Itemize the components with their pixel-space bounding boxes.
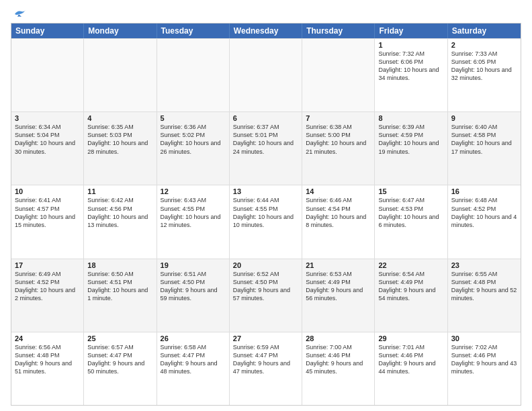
day-number: 23 bbox=[451, 261, 517, 269]
calendar-cell: 17Sunrise: 6:49 AM Sunset: 4:52 PM Dayli… bbox=[11, 259, 84, 332]
calendar-cell: 1Sunrise: 7:32 AM Sunset: 6:06 PM Daylig… bbox=[375, 39, 447, 111]
calendar-cell: 24Sunrise: 6:56 AM Sunset: 4:48 PM Dayli… bbox=[11, 332, 84, 405]
day-info: Sunrise: 6:47 AM Sunset: 4:53 PM Dayligh… bbox=[378, 196, 443, 229]
day-info: Sunrise: 6:57 AM Sunset: 4:47 PM Dayligh… bbox=[87, 343, 152, 376]
calendar-cell: 22Sunrise: 6:54 AM Sunset: 4:49 PM Dayli… bbox=[375, 259, 447, 332]
day-number: 26 bbox=[161, 334, 226, 342]
day-number: 14 bbox=[306, 187, 371, 195]
calendar-cell: 6Sunrise: 6:37 AM Sunset: 5:01 PM Daylig… bbox=[230, 112, 302, 185]
header-day-sunday: Sunday bbox=[11, 24, 84, 38]
header-day-saturday: Saturday bbox=[448, 24, 521, 38]
page: SundayMondayTuesdayWednesdayThursdayFrid… bbox=[0, 0, 532, 411]
day-number: 10 bbox=[15, 187, 80, 195]
day-number: 2 bbox=[451, 41, 517, 49]
day-info: Sunrise: 6:56 AM Sunset: 4:48 PM Dayligh… bbox=[15, 343, 80, 376]
calendar-cell: 19Sunrise: 6:51 AM Sunset: 4:50 PM Dayli… bbox=[157, 259, 230, 332]
day-number: 5 bbox=[161, 114, 226, 122]
day-info: Sunrise: 6:49 AM Sunset: 4:52 PM Dayligh… bbox=[15, 270, 80, 303]
day-info: Sunrise: 6:52 AM Sunset: 4:50 PM Dayligh… bbox=[233, 270, 298, 303]
day-info: Sunrise: 6:34 AM Sunset: 5:04 PM Dayligh… bbox=[15, 123, 80, 156]
calendar-cell: 13Sunrise: 6:44 AM Sunset: 4:55 PM Dayli… bbox=[230, 185, 302, 258]
day-info: Sunrise: 6:54 AM Sunset: 4:49 PM Dayligh… bbox=[378, 270, 443, 303]
day-number: 8 bbox=[378, 114, 443, 122]
calendar-header: SundayMondayTuesdayWednesdayThursdayFrid… bbox=[11, 24, 521, 38]
calendar-cell bbox=[11, 39, 84, 111]
calendar-row-1: 1Sunrise: 7:32 AM Sunset: 6:06 PM Daylig… bbox=[11, 38, 521, 111]
calendar-body: 1Sunrise: 7:32 AM Sunset: 6:06 PM Daylig… bbox=[11, 38, 521, 405]
calendar-cell: 29Sunrise: 7:01 AM Sunset: 4:46 PM Dayli… bbox=[375, 332, 447, 405]
day-number: 11 bbox=[87, 187, 152, 195]
day-number: 24 bbox=[15, 334, 80, 342]
calendar-cell: 4Sunrise: 6:35 AM Sunset: 5:03 PM Daylig… bbox=[84, 112, 157, 185]
day-number: 21 bbox=[306, 261, 371, 269]
calendar-cell: 12Sunrise: 6:43 AM Sunset: 4:55 PM Dayli… bbox=[157, 185, 230, 258]
logo bbox=[11, 8, 27, 17]
day-info: Sunrise: 6:46 AM Sunset: 4:54 PM Dayligh… bbox=[306, 196, 371, 229]
day-number: 27 bbox=[233, 334, 298, 342]
calendar-cell: 8Sunrise: 6:39 AM Sunset: 4:59 PM Daylig… bbox=[375, 112, 447, 185]
calendar-cell bbox=[302, 39, 375, 111]
day-number: 1 bbox=[378, 41, 443, 49]
day-number: 15 bbox=[378, 187, 443, 195]
calendar-cell bbox=[230, 39, 302, 111]
day-info: Sunrise: 7:02 AM Sunset: 4:46 PM Dayligh… bbox=[451, 343, 517, 376]
day-number: 13 bbox=[233, 187, 298, 195]
calendar-row-5: 24Sunrise: 6:56 AM Sunset: 4:48 PM Dayli… bbox=[11, 332, 521, 405]
day-info: Sunrise: 6:36 AM Sunset: 5:02 PM Dayligh… bbox=[161, 123, 226, 156]
calendar-cell: 3Sunrise: 6:34 AM Sunset: 5:04 PM Daylig… bbox=[11, 112, 84, 185]
day-number: 25 bbox=[87, 334, 152, 342]
calendar-cell: 7Sunrise: 6:38 AM Sunset: 5:00 PM Daylig… bbox=[302, 112, 375, 185]
day-number: 30 bbox=[451, 334, 517, 342]
calendar-cell: 26Sunrise: 6:58 AM Sunset: 4:47 PM Dayli… bbox=[157, 332, 230, 405]
calendar-cell: 10Sunrise: 6:41 AM Sunset: 4:57 PM Dayli… bbox=[11, 185, 84, 258]
calendar-cell bbox=[84, 39, 157, 111]
day-info: Sunrise: 6:35 AM Sunset: 5:03 PM Dayligh… bbox=[87, 123, 152, 156]
day-info: Sunrise: 6:59 AM Sunset: 4:47 PM Dayligh… bbox=[233, 343, 298, 376]
calendar-row-4: 17Sunrise: 6:49 AM Sunset: 4:52 PM Dayli… bbox=[11, 259, 521, 332]
calendar-cell: 18Sunrise: 6:50 AM Sunset: 4:51 PM Dayli… bbox=[84, 259, 157, 332]
calendar: SundayMondayTuesdayWednesdayThursdayFrid… bbox=[11, 23, 521, 406]
calendar-cell: 2Sunrise: 7:33 AM Sunset: 6:05 PM Daylig… bbox=[448, 39, 521, 111]
day-number: 20 bbox=[233, 261, 298, 269]
day-number: 22 bbox=[378, 261, 443, 269]
day-info: Sunrise: 6:37 AM Sunset: 5:01 PM Dayligh… bbox=[233, 123, 298, 156]
day-number: 19 bbox=[161, 261, 226, 269]
calendar-cell bbox=[157, 39, 230, 111]
day-info: Sunrise: 6:44 AM Sunset: 4:55 PM Dayligh… bbox=[233, 196, 298, 229]
day-info: Sunrise: 6:48 AM Sunset: 4:52 PM Dayligh… bbox=[451, 196, 517, 229]
day-number: 16 bbox=[451, 187, 517, 195]
day-info: Sunrise: 6:42 AM Sunset: 4:56 PM Dayligh… bbox=[87, 196, 152, 229]
header-day-wednesday: Wednesday bbox=[230, 24, 302, 38]
day-number: 17 bbox=[15, 261, 80, 269]
calendar-cell: 20Sunrise: 6:52 AM Sunset: 4:50 PM Dayli… bbox=[230, 259, 302, 332]
header-day-thursday: Thursday bbox=[302, 24, 375, 38]
day-number: 7 bbox=[306, 114, 371, 122]
day-info: Sunrise: 6:53 AM Sunset: 4:49 PM Dayligh… bbox=[306, 270, 371, 303]
calendar-cell: 14Sunrise: 6:46 AM Sunset: 4:54 PM Dayli… bbox=[302, 185, 375, 258]
day-info: Sunrise: 6:38 AM Sunset: 5:00 PM Dayligh… bbox=[306, 123, 371, 156]
day-info: Sunrise: 6:40 AM Sunset: 4:58 PM Dayligh… bbox=[451, 123, 517, 156]
day-info: Sunrise: 6:41 AM Sunset: 4:57 PM Dayligh… bbox=[15, 196, 80, 229]
calendar-cell: 21Sunrise: 6:53 AM Sunset: 4:49 PM Dayli… bbox=[302, 259, 375, 332]
day-number: 6 bbox=[233, 114, 298, 122]
day-number: 12 bbox=[161, 187, 226, 195]
day-info: Sunrise: 7:33 AM Sunset: 6:05 PM Dayligh… bbox=[451, 50, 517, 83]
header-day-monday: Monday bbox=[84, 24, 157, 38]
day-number: 9 bbox=[451, 114, 517, 122]
calendar-cell: 16Sunrise: 6:48 AM Sunset: 4:52 PM Dayli… bbox=[448, 185, 521, 258]
day-info: Sunrise: 6:50 AM Sunset: 4:51 PM Dayligh… bbox=[87, 270, 152, 303]
calendar-cell: 5Sunrise: 6:36 AM Sunset: 5:02 PM Daylig… bbox=[157, 112, 230, 185]
calendar-row-2: 3Sunrise: 6:34 AM Sunset: 5:04 PM Daylig… bbox=[11, 111, 521, 185]
day-number: 29 bbox=[378, 334, 443, 342]
day-number: 28 bbox=[306, 334, 371, 342]
calendar-cell: 23Sunrise: 6:55 AM Sunset: 4:48 PM Dayli… bbox=[448, 259, 521, 332]
day-info: Sunrise: 6:55 AM Sunset: 4:48 PM Dayligh… bbox=[451, 270, 517, 303]
logo-bird-icon bbox=[12, 9, 27, 19]
day-info: Sunrise: 6:39 AM Sunset: 4:59 PM Dayligh… bbox=[378, 123, 443, 156]
calendar-cell: 28Sunrise: 7:00 AM Sunset: 4:46 PM Dayli… bbox=[302, 332, 375, 405]
calendar-row-3: 10Sunrise: 6:41 AM Sunset: 4:57 PM Dayli… bbox=[11, 185, 521, 258]
day-number: 3 bbox=[15, 114, 80, 122]
calendar-cell: 25Sunrise: 6:57 AM Sunset: 4:47 PM Dayli… bbox=[84, 332, 157, 405]
day-info: Sunrise: 6:51 AM Sunset: 4:50 PM Dayligh… bbox=[161, 270, 226, 303]
day-number: 4 bbox=[87, 114, 152, 122]
